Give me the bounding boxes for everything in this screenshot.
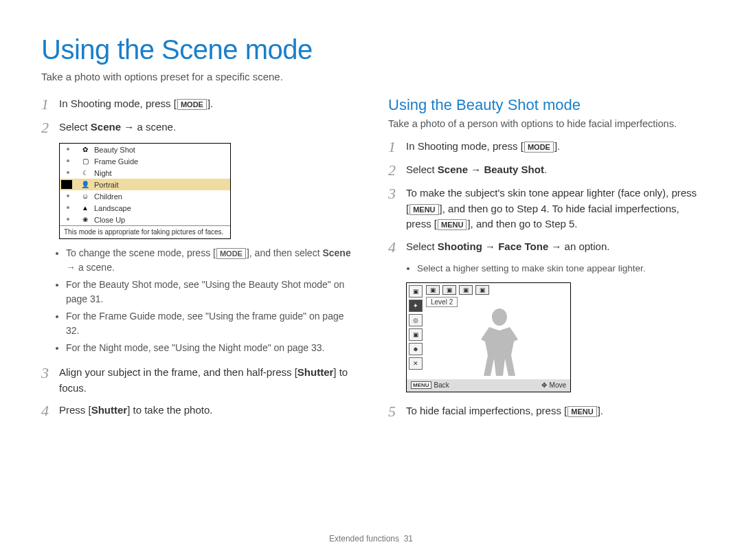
scene-menu-screenshot: ✿Beauty Shot ▢Frame Guide ☾Night 👤Portra… (59, 143, 231, 239)
menu-button-label: MENU (567, 406, 596, 417)
children-icon: ☺ (80, 192, 90, 200)
right-step-5: 5 To hide facial imperfections, press [M… (388, 403, 701, 420)
side-icon: ▣ (409, 328, 423, 341)
scene-beauty-bold: Scene → Beauty Shot (438, 164, 544, 175)
text: Select (59, 121, 91, 133)
right-step-3: 3 To make the subject's skin tone appear… (388, 186, 701, 232)
label: Close Up (94, 216, 125, 224)
left-column: 1 In Shooting mode, press [MODE]. 2 Sele… (41, 96, 354, 427)
side-icon: ✕ (409, 357, 423, 370)
beauty-shot-icon: ✿ (80, 146, 90, 153)
scene-item-frame-guide: ▢Frame Guide (60, 155, 230, 167)
text: Select (406, 164, 438, 175)
text: To change the scene mode, press [ (66, 247, 216, 258)
beauty-shot-section-title: Using the Beauty Shot mode (388, 96, 701, 114)
label: Night (94, 169, 112, 177)
page-title: Using the Scene mode (41, 34, 701, 65)
face-tone-screenshot: ▣ ▣ ▣ ▣ ▣ ✦ ◎ ▣ ☻ ✕ Level 2 MENUBack ✥Mo… (406, 282, 571, 392)
mode-button-label: MODE (216, 248, 246, 259)
night-icon: ☾ (80, 169, 90, 177)
back-label: Back (434, 381, 449, 389)
step-number: 4 (388, 239, 406, 256)
scene-item-close-up: ❀Close Up (60, 214, 230, 225)
text: Align your subject in the frame, and the… (59, 366, 297, 378)
facetone-sidebar: ▣ ✦ ◎ ▣ ☻ ✕ (409, 285, 423, 370)
step-number: 4 (41, 403, 59, 419)
move-icon: ✥ (541, 381, 547, 389)
menu-button-label: MENU (438, 219, 466, 230)
tab-icon: ▣ (442, 285, 456, 295)
right-step-4: 4 Select Shooting → Face Tone → an optio… (388, 239, 701, 256)
footer-page: 31 (404, 534, 413, 544)
right-step-1: 1 In Shooting mode, press [MODE]. (388, 139, 701, 155)
right-step-2: 2 Select Scene → Beauty Shot. (388, 162, 701, 179)
frame-guide-icon: ▢ (80, 157, 90, 165)
menu-button-label: MENU (409, 204, 438, 215)
left-step-1: 1 In Shooting mode, press [MODE]. (41, 96, 354, 113)
text: ], and then go to Step 5. (467, 218, 577, 229)
step-number: 2 (41, 120, 59, 136)
side-icon: ◎ (409, 314, 423, 326)
step4-sub-bullet: Select a higher setting to make skin ton… (388, 262, 701, 276)
bullet-night-ref: For the Night mode, see "Using the Night… (66, 341, 354, 355)
page-footer: Extended functions 31 (0, 534, 742, 544)
facetone-topbar: ▣ ▣ ▣ ▣ (426, 285, 489, 295)
page-subtitle: Take a photo with options preset for a s… (41, 71, 701, 82)
bullet-frame-guide-ref: For the Frame Guide mode, see "Using the… (66, 309, 354, 338)
bullet-beauty-shot-ref: For the Beauty Shot mode, see "Using the… (66, 278, 354, 306)
label: Beauty Shot (94, 146, 135, 154)
label: Portrait (94, 181, 118, 189)
person-silhouette (469, 305, 530, 381)
face-tone-level: Level 2 (426, 297, 458, 307)
scene-item-children: ☺Children (60, 190, 230, 202)
text: In Shooting mode, press [ (406, 140, 524, 152)
right-column: Using the Beauty Shot mode Take a photo … (388, 96, 701, 427)
text: → a scene. (121, 121, 176, 133)
left-step-4: 4 Press [Shutter] to take the photo. (41, 403, 354, 419)
text: Select (406, 240, 438, 252)
tab-icon: ▣ (459, 285, 473, 295)
step-number: 5 (388, 403, 406, 420)
text: ]. (598, 405, 603, 416)
text: → an option. (548, 240, 609, 252)
step-number: 1 (388, 139, 406, 155)
facetone-bottombar: MENUBack ✥Move (407, 379, 570, 392)
scene-item-beauty-shot: ✿Beauty Shot (60, 144, 230, 155)
footer-label: Extended functions (329, 534, 399, 544)
step-number: 3 (41, 365, 59, 396)
text: Press [ (59, 404, 91, 416)
step-number: 1 (41, 96, 59, 113)
move-label: Move (550, 381, 566, 389)
text: In Shooting mode, press [ (59, 98, 177, 109)
tab-icon: ▣ (426, 285, 440, 295)
side-icon-selected: ✦ (409, 300, 423, 312)
close-up-icon: ❀ (80, 216, 90, 223)
mode-button-label: MODE (524, 142, 554, 153)
scene-item-landscape: ▲Landscape (60, 202, 230, 214)
side-icon: ▣ (409, 285, 423, 298)
portrait-icon: 👤 (80, 181, 90, 188)
sub-bullet: Select a higher setting to make skin ton… (417, 262, 701, 276)
scene-item-night: ☾Night (60, 167, 230, 179)
label: Frame Guide (94, 157, 138, 166)
landscape-icon: ▲ (80, 204, 90, 212)
left-bullets: To change the scene mode, press [MODE], … (41, 246, 354, 355)
tab-icon: ▣ (475, 285, 489, 295)
scene-bold: Scene (91, 121, 121, 133)
bullet-change-scene: To change the scene mode, press [MODE], … (66, 246, 354, 275)
scene-bold: Scene (322, 247, 350, 258)
mode-button-label: MODE (177, 99, 207, 110)
left-step-3: 3 Align your subject in the frame, and t… (41, 365, 354, 396)
text: ], and then select (247, 247, 323, 258)
text: ]. (207, 98, 213, 109)
text: ]. (554, 140, 560, 152)
text: . (544, 164, 547, 175)
text: ] to take the photo. (127, 404, 212, 416)
shutter-bold: Shutter (91, 404, 128, 416)
label: Landscape (94, 204, 131, 212)
label: Children (94, 192, 122, 201)
step-number: 3 (388, 186, 406, 232)
left-step-2: 2 Select Scene → a scene. (41, 120, 354, 136)
menu-key: MENU (411, 381, 431, 389)
side-icon: ☻ (409, 343, 423, 355)
